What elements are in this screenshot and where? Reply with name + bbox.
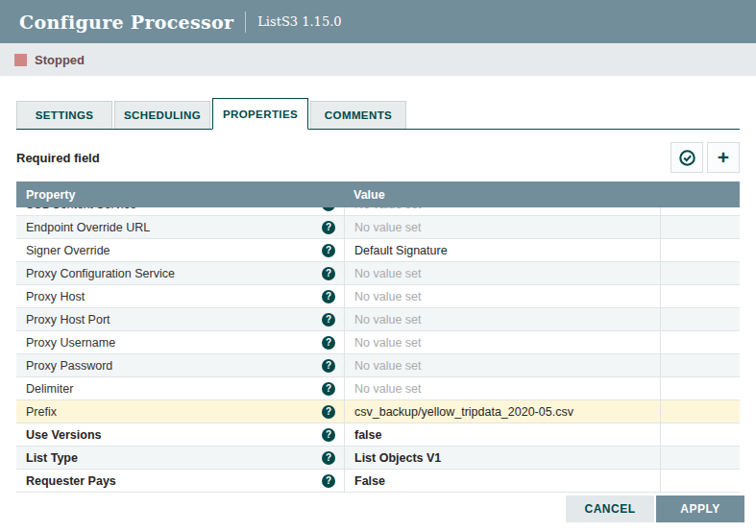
- property-value: No value set: [354, 207, 421, 211]
- property-value-cell[interactable]: No value set: [344, 262, 660, 284]
- help-icon[interactable]: ?: [322, 207, 335, 211]
- property-value-cell[interactable]: No value set: [344, 216, 660, 238]
- property-name: Proxy Username: [26, 336, 115, 350]
- add-property-button[interactable]: +: [707, 142, 740, 173]
- property-value: No value set: [354, 313, 421, 326]
- properties-toolbar: Required field +: [16, 142, 740, 173]
- property-value-cell[interactable]: csv_backup/yellow_tripdata_2020-05.csv: [344, 400, 660, 423]
- tab-scheduling[interactable]: SCHEDULING: [114, 101, 210, 129]
- table-row[interactable]: Use Versions?false: [16, 423, 740, 447]
- property-name-cell: Proxy Host?: [16, 285, 344, 307]
- property-name-cell: Use Versions?: [16, 423, 344, 446]
- processor-name-version: ListS3 1.15.0: [257, 14, 341, 29]
- property-name: Prefix: [26, 405, 57, 419]
- help-icon[interactable]: ?: [322, 290, 335, 303]
- toolbar-actions: +: [671, 142, 740, 173]
- help-icon[interactable]: ?: [322, 336, 335, 350]
- status-label: Stopped: [35, 53, 85, 67]
- required-field-label: Required field: [16, 151, 100, 165]
- property-value-cell[interactable]: No value set: [344, 331, 660, 353]
- property-actions-cell: [660, 354, 740, 376]
- property-value: False: [354, 474, 385, 488]
- help-icon[interactable]: ?: [322, 244, 335, 257]
- property-actions-cell: [660, 285, 740, 307]
- verify-properties-button[interactable]: [671, 142, 703, 173]
- property-name: Requester Pays: [26, 474, 116, 488]
- property-actions-cell: [660, 239, 740, 261]
- property-name-cell: Proxy Host Port?: [16, 308, 344, 330]
- property-value-cell[interactable]: No value set: [344, 354, 660, 376]
- property-name-cell: List Type?: [16, 447, 344, 469]
- property-name-cell: Endpoint Override URL?: [16, 216, 344, 238]
- help-icon[interactable]: ?: [322, 405, 335, 419]
- property-value: No value set: [354, 336, 421, 350]
- table-row[interactable]: Proxy Host?No value set: [16, 285, 740, 308]
- property-actions-cell: [660, 470, 740, 492]
- property-actions-cell: [660, 216, 740, 238]
- table-row[interactable]: Signer Override?Default Signature: [16, 239, 740, 262]
- property-actions-cell: [660, 377, 740, 399]
- help-icon[interactable]: ?: [322, 221, 335, 234]
- help-icon[interactable]: ?: [322, 451, 335, 465]
- property-name: Proxy Password: [26, 359, 112, 373]
- check-circle-icon: [678, 149, 696, 167]
- property-value: Default Signature: [354, 244, 448, 257]
- property-actions-cell: [660, 207, 740, 215]
- stopped-icon: [14, 54, 27, 66]
- plus-icon: +: [718, 147, 729, 167]
- property-value-cell[interactable]: List Objects V1: [344, 447, 660, 469]
- properties-table-header: Property Value: [16, 181, 740, 207]
- property-actions-cell: [660, 331, 740, 353]
- apply-button[interactable]: APPLY: [656, 496, 744, 522]
- table-row[interactable]: Prefix?csv_backup/yellow_tripdata_2020-0…: [16, 400, 740, 423]
- property-name: Proxy Configuration Service: [26, 267, 175, 280]
- property-name: Delimiter: [26, 382, 73, 396]
- property-name-cell: Signer Override?: [16, 239, 344, 261]
- property-name: Use Versions: [26, 428, 102, 442]
- dialog-title: Configure Processor: [19, 12, 233, 33]
- table-row[interactable]: Requester Pays?False: [16, 470, 740, 493]
- property-value-cell[interactable]: False: [344, 470, 660, 492]
- table-row[interactable]: List Type?List Objects V1: [16, 447, 740, 470]
- property-name: SSL Context Service: [26, 207, 136, 211]
- dialog-header: Configure Processor ListS3 1.15.0: [0, 0, 756, 43]
- status-bar: Stopped: [0, 43, 756, 76]
- property-value-cell[interactable]: No value set: [344, 377, 660, 399]
- help-icon[interactable]: ?: [322, 313, 335, 326]
- properties-table: Property Value SSL Context Service?No va…: [16, 181, 740, 493]
- tab-settings[interactable]: SETTINGS: [16, 101, 112, 129]
- table-row[interactable]: Delimiter?No value set: [16, 377, 740, 400]
- help-icon[interactable]: ?: [322, 474, 335, 488]
- table-row[interactable]: SSL Context Service?No value set: [16, 207, 740, 216]
- property-value: false: [354, 428, 382, 442]
- help-icon[interactable]: ?: [322, 382, 335, 396]
- help-icon[interactable]: ?: [322, 267, 335, 280]
- help-icon[interactable]: ?: [322, 428, 335, 442]
- dialog-footer: CANCEL APPLY: [566, 496, 744, 522]
- property-value-cell[interactable]: Default Signature: [344, 239, 660, 261]
- table-row[interactable]: Proxy Password?No value set: [16, 354, 740, 377]
- property-name: Proxy Host: [26, 290, 85, 303]
- table-row[interactable]: Endpoint Override URL?No value set: [16, 216, 740, 239]
- property-value: No value set: [354, 290, 421, 303]
- property-value-cell[interactable]: No value set: [344, 308, 660, 330]
- cancel-button[interactable]: CANCEL: [566, 496, 654, 522]
- property-name-cell: Delimiter?: [16, 377, 344, 399]
- help-icon[interactable]: ?: [322, 359, 335, 373]
- property-name-cell: Proxy Configuration Service?: [16, 262, 344, 284]
- table-row[interactable]: Proxy Host Port?No value set: [16, 308, 740, 331]
- property-name: Signer Override: [26, 244, 110, 257]
- property-value: No value set: [354, 221, 421, 234]
- table-row[interactable]: Proxy Configuration Service?No value set: [16, 262, 740, 285]
- property-value-cell[interactable]: No value set: [344, 207, 660, 215]
- property-value-cell[interactable]: false: [344, 423, 660, 446]
- table-row[interactable]: Proxy Username?No value set: [16, 331, 740, 354]
- property-value: csv_backup/yellow_tripdata_2020-05.csv: [354, 405, 573, 419]
- tab-properties[interactable]: PROPERTIES: [212, 98, 308, 130]
- property-actions-cell: [660, 262, 740, 284]
- property-value: List Objects V1: [354, 451, 441, 465]
- tab-comments[interactable]: COMMENTS: [310, 101, 406, 129]
- property-value-cell[interactable]: No value set: [344, 285, 660, 307]
- property-name-cell: Prefix?: [16, 400, 344, 423]
- tab-bar: SETTINGS SCHEDULING PROPERTIES COMMENTS: [16, 97, 740, 130]
